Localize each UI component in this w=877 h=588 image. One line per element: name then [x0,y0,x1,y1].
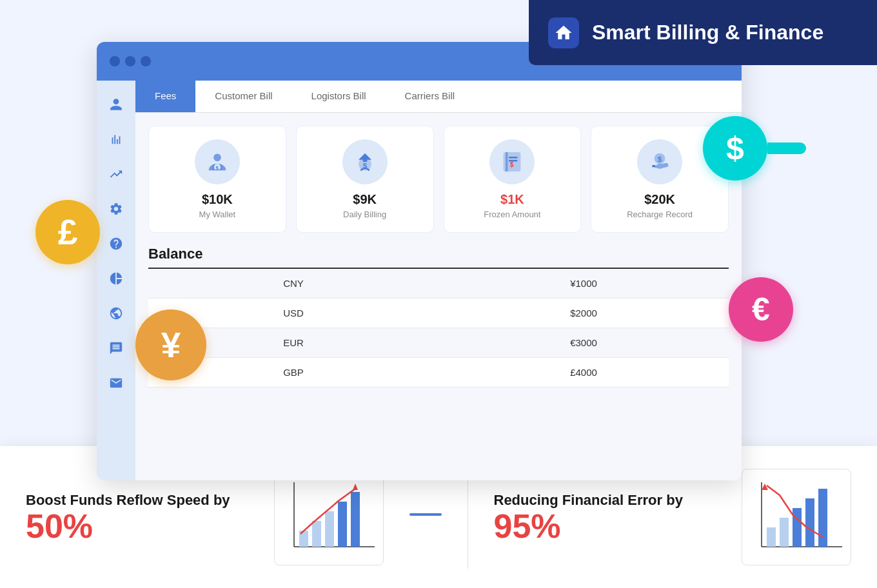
frozen-icon-wrap: $ [489,139,535,184]
cards-section: $ $10K My Wallet $ $9K Daily Billing [135,113,742,246]
bottom-stat-2: Reducing Financial Error by 95% [494,469,852,565]
chart-2 [742,469,851,565]
boost-percent: 50% [26,509,261,543]
sidebar-icon-mail[interactable] [105,372,127,394]
sidebar-icon-user[interactable] [105,93,127,115]
balance-amount: £4000 [438,358,729,387]
dollar-badge: $ [703,116,767,181]
sidebar-icon-help[interactable] [105,233,127,255]
balance-section: Balance CNY ¥1000 USD $2000 EUR €3000 GB… [135,246,742,394]
frozen-label: Frozen Amount [484,210,540,219]
billing-icon: $ [352,149,378,175]
reduce-label: Reducing Financial Error by [494,491,729,510]
boost-label: Boost Funds Reflow Speed by [26,491,261,510]
tab-logistors-bill[interactable]: Logistors Bill [292,81,386,112]
svg-marker-28 [762,484,768,490]
billing-value: $9K [353,192,377,207]
svg-rect-27 [818,489,827,547]
sidebar-icon-chat[interactable] [105,337,127,359]
tab-carriers-bill[interactable]: Carriers Bill [386,81,475,112]
balance-amount: ¥1000 [438,269,729,299]
balance-amount: $2000 [438,299,729,328]
frozen-value: $1K [500,192,524,207]
svg-text:$: $ [215,165,219,172]
billing-label: Daily Billing [343,210,386,219]
euro-symbol: € [752,291,770,328]
svg-rect-18 [338,502,347,547]
sidebar-icon-globe[interactable] [105,302,127,324]
main-content: Fees Customer Bill Logistors Bill Carrie… [135,81,742,480]
svg-point-0 [213,154,221,162]
svg-rect-7 [506,152,507,172]
sidebar-icon-trending[interactable] [105,163,127,185]
balance-amount: €3000 [438,328,729,358]
svg-rect-16 [312,521,321,547]
pound-symbol: £ [58,211,78,253]
browser-dot-2 [125,56,135,66]
browser-content: Fees Customer Bill Logistors Bill Carrie… [97,81,742,480]
svg-rect-17 [325,511,334,547]
balance-row-usd: USD $2000 [148,299,729,328]
wallet-icon: $ [204,149,230,175]
bottom-text-1: Boost Funds Reflow Speed by 50% [26,491,261,544]
home-icon [548,17,579,48]
browser-window: Fees Customer Bill Logistors Bill Carrie… [97,42,742,480]
app-title: Smart Billing & Finance [592,21,823,44]
header-banner: Smart Billing & Finance [529,0,877,65]
chart-svg-1 [281,476,378,560]
browser-dot-1 [110,56,120,66]
wallet-label: My Wallet [199,210,236,219]
balance-row-gbp: GBP £4000 [148,358,729,387]
yen-symbol: ¥ [161,324,181,366]
tab-fees[interactable]: Fees [135,81,195,112]
bottom-stat-1: Boost Funds Reflow Speed by 50% [26,469,384,565]
browser-dot-3 [141,56,151,66]
balance-title: Balance [148,246,729,262]
bottom-text-2: Reducing Financial Error by 95% [494,491,729,544]
section-divider [468,466,468,569]
dollar-symbol: $ [726,132,744,164]
card-frozen-amount[interactable]: $ $1K Frozen Amount [444,126,582,233]
card-daily-billing[interactable]: $ $9K Daily Billing [296,126,434,233]
recharge-value: $20K [644,192,675,207]
svg-rect-24 [780,518,789,547]
card-my-wallet[interactable]: $ $10K My Wallet [148,126,286,233]
svg-marker-20 [353,484,358,490]
frozen-icon: $ [499,149,525,175]
chart-svg-2 [749,476,845,560]
sidebar-icon-settings[interactable] [105,198,127,220]
svg-text:$: $ [510,161,514,168]
svg-text:$: $ [658,155,662,163]
balance-currency: CNY [148,269,438,299]
sidebar-icon-chart[interactable] [105,128,127,150]
home-svg [554,23,573,43]
chart-1 [274,469,384,565]
euro-badge: € [729,277,793,342]
balance-row-eur: EUR €3000 [148,328,729,358]
wallet-value: $10K [202,192,233,207]
svg-rect-26 [805,498,814,547]
tab-customer-bill[interactable]: Customer Bill [195,81,291,112]
recharge-icon: $ [647,149,673,175]
pound-badge: £ [35,200,100,264]
wallet-icon-wrap: $ [195,139,240,184]
balance-table: CNY ¥1000 USD $2000 EUR €3000 GBP £4000 [148,269,729,387]
reduce-percent: 95% [494,509,729,543]
billing-icon-wrap: $ [342,139,388,184]
svg-rect-25 [793,508,802,547]
recharge-icon-wrap: $ [637,139,682,184]
sidebar-icon-pie[interactable] [105,268,127,289]
svg-rect-23 [767,527,776,547]
tabs-bar: Fees Customer Bill Logistors Bill Carrie… [135,81,742,113]
yen-badge: ¥ [135,309,206,380]
balance-row-cny: CNY ¥1000 [148,269,729,299]
recharge-label: Recharge Record [627,210,693,219]
svg-rect-19 [351,492,360,547]
sidebar [97,81,135,480]
chart-tab-indicator [409,513,442,516]
